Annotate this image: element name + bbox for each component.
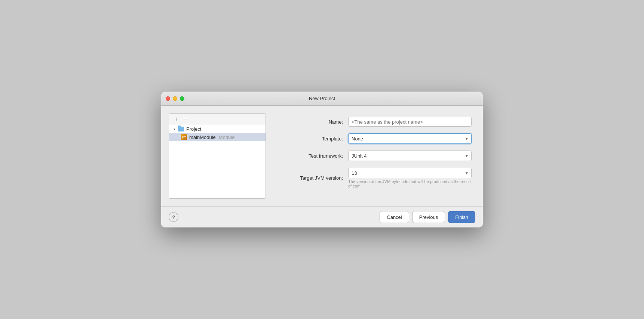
test-framework-row: Test framework: JUnit 4 JUnit 5 TestNG N…	[281, 151, 472, 161]
test-framework-select-wrapper: JUnit 4 JUnit 5 TestNG None ▼	[348, 151, 472, 161]
titlebar: New Project	[161, 92, 483, 106]
template-control: None Kotlin/JVM Kotlin/JS Kotlin Multipl…	[348, 133, 472, 144]
help-button[interactable]: ?	[169, 212, 178, 222]
maximize-button[interactable]	[180, 96, 184, 101]
test-framework-select[interactable]: JUnit 4 JUnit 5 TestNG None	[348, 151, 472, 161]
test-framework-label: Test framework:	[281, 153, 348, 159]
name-control	[348, 117, 472, 127]
remove-button[interactable]: −	[181, 115, 189, 123]
project-label: Project	[186, 126, 201, 132]
template-select-wrapper: None Kotlin/JVM Kotlin/JS Kotlin Multipl…	[348, 133, 472, 144]
jvm-version-row: Target JVM version: 13 11 8 1.7 1.6 ▼	[281, 168, 472, 188]
previous-button[interactable]: Previous	[412, 211, 445, 223]
expand-arrow: ▾	[172, 127, 177, 131]
bottom-left: ?	[169, 212, 178, 222]
bottom-bar: ? Cancel Previous Finish	[161, 206, 483, 227]
minimize-button[interactable]	[173, 96, 177, 101]
project-tree-panel: + − ▾ Project JVM mainModule Module	[169, 113, 266, 199]
name-row: Name:	[281, 117, 472, 127]
module-icon: JVM	[181, 134, 187, 140]
test-framework-control: JUnit 4 JUnit 5 TestNG None ▼	[348, 151, 472, 161]
traffic-lights	[166, 96, 184, 101]
jvm-version-select-wrapper: 13 11 8 1.7 1.6 ▼	[348, 168, 472, 178]
main-content: + − ▾ Project JVM mainModule Module	[161, 106, 483, 206]
jvm-version-control: 13 11 8 1.7 1.6 ▼ The version of the JVM…	[348, 168, 472, 188]
window-title: New Project	[309, 96, 335, 101]
tree-toolbar: + −	[169, 114, 266, 125]
cancel-button[interactable]: Cancel	[380, 211, 409, 223]
module-type: Module	[219, 134, 235, 140]
bottom-right: Cancel Previous Finish	[380, 211, 475, 223]
tree-item-project[interactable]: ▾ Project	[169, 125, 266, 133]
right-panel: Name: Template: None Kotlin/JVM Kotlin/J	[273, 113, 475, 199]
folder-icon	[178, 127, 184, 131]
name-input[interactable]	[348, 117, 472, 127]
tree-area: ▾ Project JVM mainModule Module	[169, 125, 266, 198]
template-row: Template: None Kotlin/JVM Kotlin/JS Kotl…	[281, 133, 472, 144]
close-button[interactable]	[166, 96, 170, 101]
template-select[interactable]: None Kotlin/JVM Kotlin/JS Kotlin Multipl…	[348, 133, 472, 144]
name-label: Name:	[281, 119, 348, 125]
template-label: Template:	[281, 136, 348, 142]
module-name: mainModule	[189, 134, 216, 140]
finish-button[interactable]: Finish	[448, 211, 475, 223]
new-project-dialog: New Project + − ▾ Project JVM mainM	[161, 92, 483, 227]
form-area: Name: Template: None Kotlin/JVM Kotlin/J	[273, 113, 475, 199]
tree-item-module[interactable]: JVM mainModule Module	[169, 133, 266, 141]
jvm-hint-text: The version of the JVM bytecode that wil…	[348, 179, 472, 188]
jvm-version-label: Target JVM version:	[281, 175, 348, 181]
add-button[interactable]: +	[172, 115, 180, 123]
jvm-version-select[interactable]: 13 11 8 1.7 1.6	[348, 168, 472, 178]
